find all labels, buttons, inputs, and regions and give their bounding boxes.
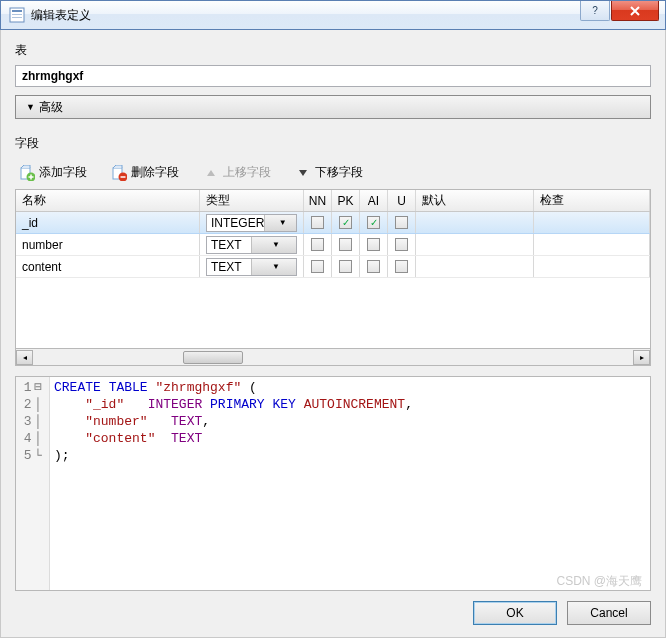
checkbox[interactable]: ✓ [339, 216, 352, 229]
checkbox[interactable]: ✓ [367, 216, 380, 229]
sql-code[interactable]: CREATE TABLE "zhrmghgxf" ( "_id" INTEGER… [50, 377, 650, 590]
cancel-button[interactable]: Cancel [567, 601, 651, 625]
fields-toolbar: 添加字段 删除字段 上移字段 下移字段 [15, 158, 651, 189]
dialog-body: 表 ▼高级 字段 添加字段 删除字段 上移字段 下移字段 名称 [0, 30, 666, 638]
grid-body: _idINTEGER▼✓✓numberTEXT▼contentTEXT▼ [16, 212, 650, 348]
checkbox[interactable] [339, 238, 352, 251]
header-check[interactable]: 检查 [534, 190, 650, 211]
type-dropdown[interactable]: TEXT▼ [206, 236, 297, 254]
checkbox[interactable] [367, 238, 380, 251]
checkbox[interactable] [395, 216, 408, 229]
scrollbar-track[interactable] [33, 350, 633, 365]
scrollbar-thumb[interactable] [183, 351, 243, 364]
chevron-down-icon: ▼ [251, 259, 296, 275]
checkbox[interactable] [311, 216, 324, 229]
scroll-left-arrow[interactable]: ◂ [16, 350, 33, 365]
move-up-button[interactable]: 上移字段 [203, 164, 271, 181]
table-section-label: 表 [15, 42, 651, 59]
chevron-down-icon: ▼ [26, 102, 35, 112]
svg-rect-2 [12, 14, 22, 15]
checkbox[interactable] [395, 260, 408, 273]
window-controls: ? [580, 1, 665, 21]
chevron-down-icon: ▼ [251, 237, 296, 253]
table-row[interactable]: contentTEXT▼ [16, 256, 650, 278]
move-down-button[interactable]: 下移字段 [295, 164, 363, 181]
table-row[interactable]: _idINTEGER▼✓✓ [16, 212, 650, 234]
help-button[interactable]: ? [580, 1, 610, 21]
checkbox[interactable] [311, 260, 324, 273]
advanced-button[interactable]: ▼高级 [15, 95, 651, 119]
sql-gutter: 12345 ⊟│││└ [16, 377, 50, 590]
down-icon [295, 165, 311, 181]
header-default[interactable]: 默认 [416, 190, 534, 211]
scroll-right-arrow[interactable]: ▸ [633, 350, 650, 365]
close-icon [629, 6, 641, 16]
header-name[interactable]: 名称 [16, 190, 200, 211]
up-icon [203, 165, 219, 181]
add-field-button[interactable]: 添加字段 [19, 164, 87, 181]
table-row[interactable]: numberTEXT▼ [16, 234, 650, 256]
checkbox[interactable] [339, 260, 352, 273]
header-pk[interactable]: PK [332, 190, 360, 211]
header-ai[interactable]: AI [360, 190, 388, 211]
checkbox[interactable] [367, 260, 380, 273]
chevron-down-icon: ▼ [264, 215, 296, 231]
header-nn[interactable]: NN [304, 190, 332, 211]
ok-button[interactable]: OK [473, 601, 557, 625]
sql-preview: 12345 ⊟│││└ CREATE TABLE "zhrmghgxf" ( "… [15, 376, 651, 591]
svg-rect-3 [12, 17, 22, 18]
app-icon [9, 7, 25, 23]
checkbox[interactable] [311, 238, 324, 251]
grid-header: 名称 类型 NN PK AI U 默认 检查 [16, 190, 650, 212]
fields-section-label: 字段 [15, 135, 651, 152]
header-u[interactable]: U [388, 190, 416, 211]
checkbox[interactable] [395, 238, 408, 251]
dialog-button-bar: OK Cancel [15, 601, 651, 625]
type-dropdown[interactable]: INTEGER▼ [206, 214, 297, 232]
window-title: 编辑表定义 [31, 7, 95, 24]
fields-section: 字段 添加字段 删除字段 上移字段 下移字段 名称 类型 [15, 135, 651, 591]
svg-rect-1 [12, 10, 22, 12]
close-button[interactable] [611, 1, 659, 21]
delete-icon [111, 165, 127, 181]
table-name-input[interactable] [15, 65, 651, 87]
header-type[interactable]: 类型 [200, 190, 304, 211]
delete-field-button[interactable]: 删除字段 [111, 164, 179, 181]
fields-grid: 名称 类型 NN PK AI U 默认 检查 _idINTEGER▼✓✓numb… [15, 189, 651, 349]
type-dropdown[interactable]: TEXT▼ [206, 258, 297, 276]
horizontal-scrollbar[interactable]: ◂ ▸ [15, 349, 651, 366]
titlebar: 编辑表定义 ? [0, 0, 666, 30]
add-icon [19, 165, 35, 181]
